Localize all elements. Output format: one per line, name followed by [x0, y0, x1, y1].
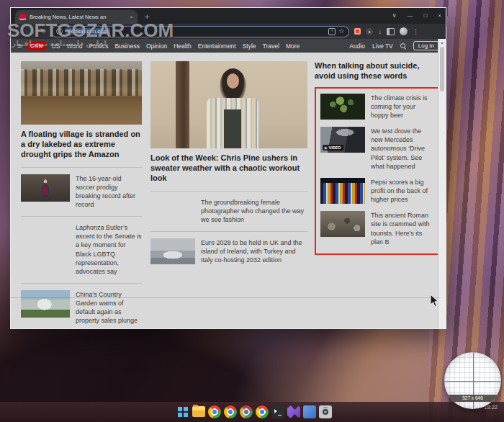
scroll-up-icon[interactable]: ▲ — [438, 39, 446, 46]
scrollbar[interactable]: ▲ — [438, 39, 446, 328]
reload-icon[interactable]: ↻ — [40, 28, 46, 35]
extension-arrow-icon[interactable]: ▸ — [366, 28, 373, 35]
browser-icon[interactable] — [240, 405, 253, 418]
list-item[interactable]: The groundbreaking female photographer w… — [150, 191, 307, 224]
nav-opinion[interactable]: Opinion — [146, 42, 167, 50]
taskbar-icons — [176, 405, 332, 418]
thumbnail-roman-ruins — [320, 211, 365, 237]
forward-icon[interactable]: → — [28, 28, 35, 35]
tab-title: Breaking News, Latest News an — [30, 14, 126, 20]
hero-photo-flood-village[interactable] — [21, 61, 142, 125]
thumbnail-placeholder — [21, 223, 70, 251]
list-item[interactable]: This ancient Roman site is crammed with … — [320, 211, 434, 246]
chrome-icon[interactable] — [256, 405, 269, 418]
hamburger-icon[interactable]: ≡ — [17, 42, 22, 50]
thumbnail-mercedes-video: ▶VIDEO — [320, 127, 365, 153]
bookmark-star-icon[interactable]: ☆ — [338, 28, 344, 35]
downloads-icon[interactable]: ↓ — [378, 28, 382, 35]
nav-world[interactable]: World — [66, 42, 82, 50]
minimize-button[interactable]: — — [407, 12, 413, 19]
profile-avatar[interactable] — [400, 27, 408, 35]
browser-tab[interactable]: Breaking News, Latest News an × — [15, 10, 138, 24]
taskbar: 18:22 — [0, 402, 504, 422]
terminal-icon[interactable] — [271, 405, 284, 418]
browser-toolbar: ← → ↻ edition.cnn.com ↑ ☆ ▸ ↓ ⋮ — [11, 24, 446, 40]
maximize-button[interactable]: □ — [423, 12, 427, 19]
screen: Breaking News, Latest News an × + ∨ — □ … — [0, 0, 504, 422]
scrollbar-thumb[interactable] — [440, 47, 444, 91]
nav-entertainment[interactable]: Entertainment — [198, 42, 236, 50]
menu-dots-icon[interactable]: ⋮ — [413, 28, 419, 35]
crosshair-horizontal — [444, 381, 501, 382]
nav-style[interactable]: Style — [243, 42, 256, 50]
visual-studio-icon[interactable] — [287, 405, 300, 418]
file-explorer-icon[interactable] — [192, 406, 205, 417]
video-badge: ▶VIDEO — [323, 145, 343, 151]
thumbnail-soccer-player — [21, 174, 70, 202]
thumbnail-hops-plant — [320, 94, 365, 120]
audio-link[interactable]: Audio — [349, 42, 365, 50]
list-item[interactable]: The 16-year-old soccer prodigy breaking … — [21, 167, 142, 210]
search-icon[interactable] — [400, 43, 406, 49]
column-middle: Look of the Week: Chris Pine ushers in s… — [150, 61, 307, 328]
screenshot-tool-icon[interactable] — [319, 405, 332, 418]
thumbnail-pepsi-bottles — [320, 178, 365, 204]
browser-window: Breaking News, Latest News an × + ∨ — □ … — [10, 7, 446, 329]
chrome-icon[interactable] — [224, 405, 237, 418]
list-item[interactable]: ▶VIDEO We test drove the new Mercedes au… — [320, 127, 434, 171]
chrome-icon[interactable] — [208, 405, 221, 418]
login-button[interactable]: Log In — [413, 41, 439, 50]
cnn-header: ≡ CNN US World Politics Business Opinion… — [11, 39, 446, 53]
play-icon: ▶ — [325, 146, 327, 150]
column-left: A floating village is stranded on a dry … — [21, 61, 142, 328]
tab-close-icon[interactable]: × — [130, 14, 133, 20]
headline-left[interactable]: A floating village is stranded on a dry … — [21, 130, 142, 160]
new-tab-button[interactable]: + — [145, 13, 149, 21]
tab-strip: Breaking News, Latest News an × + ∨ — □ … — [11, 8, 446, 24]
thumbnail-placeholder — [150, 198, 195, 224]
share-icon[interactable]: ↑ — [328, 28, 336, 35]
cnn-favicon — [19, 14, 26, 20]
nav-more[interactable]: More — [286, 42, 300, 50]
nav-us[interactable]: US — [52, 42, 60, 50]
start-button-icon[interactable] — [176, 405, 189, 418]
list-item[interactable]: Euro 2028 to be held in UK and the islan… — [150, 231, 307, 264]
cnn-logo[interactable]: CNN — [28, 41, 45, 50]
list-item[interactable]: Pepsi scores a big profit on the back of… — [320, 178, 434, 204]
headline-middle[interactable]: Look of the Week: Chris Pine ushers in s… — [150, 153, 307, 184]
window-controls: ∨ — □ × — [392, 9, 441, 22]
url-text[interactable]: edition.cnn.com — [66, 28, 110, 35]
thumbnail-stadium — [150, 238, 195, 264]
capture-magnifier: 527 x 646 — [444, 352, 501, 409]
nav-politics[interactable]: Politics — [89, 42, 108, 50]
blue-app-icon[interactable] — [303, 405, 316, 418]
address-bar[interactable]: edition.cnn.com ↑ ☆ — [51, 26, 349, 37]
list-item[interactable]: Laphonza Butler’s ascent to the Senate i… — [21, 216, 142, 276]
nav-business[interactable]: Business — [114, 42, 140, 50]
list-item[interactable]: China’s Country Garden warns of default … — [21, 283, 142, 326]
side-panel-icon[interactable] — [387, 28, 395, 35]
thumbnail-building — [21, 290, 70, 318]
hero-photo-chris-pine[interactable] — [150, 61, 307, 148]
capture-selection-box: The climate crisis is coming for your ho… — [315, 87, 438, 255]
nav-travel[interactable]: Travel — [263, 42, 279, 50]
list-item[interactable]: The climate crisis is coming for your ho… — [320, 94, 434, 120]
back-icon[interactable]: ← — [16, 28, 23, 35]
cnn-header-right: Audio Live TV Log In — [349, 41, 439, 50]
headline-right[interactable]: When talking about suicide, avoid using … — [315, 61, 438, 81]
extension-orange-icon[interactable] — [354, 28, 361, 35]
mouse-cursor — [430, 294, 439, 307]
page-content: A floating village is stranded on a dry … — [11, 53, 438, 328]
live-tv-link[interactable]: Live TV — [372, 42, 393, 50]
column-right: When talking about suicide, avoid using … — [315, 61, 438, 328]
selection-size-label: 527 x 646 — [447, 395, 498, 402]
nav-health[interactable]: Health — [174, 42, 192, 50]
tab-search-icon[interactable]: ∨ — [392, 12, 397, 19]
close-button[interactable]: × — [438, 12, 441, 19]
site-info-icon[interactable] — [56, 28, 63, 35]
